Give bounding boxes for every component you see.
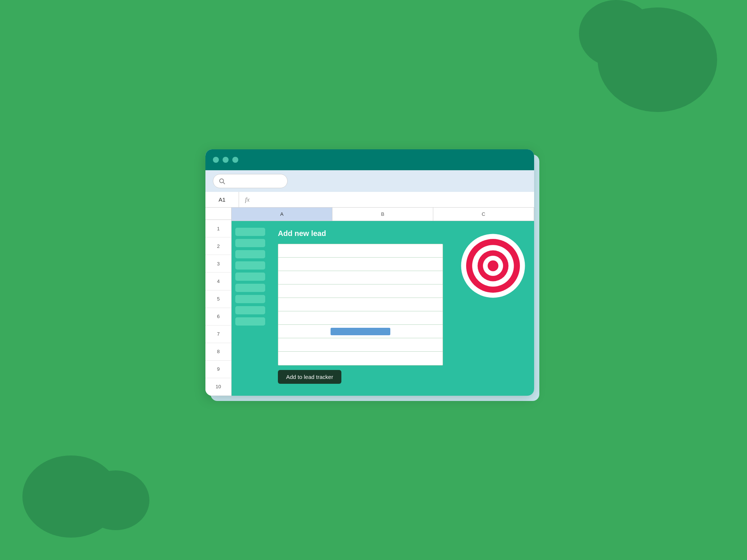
stub-1 xyxy=(235,228,265,236)
search-input[interactable] xyxy=(228,178,273,184)
row-num-3: 3 xyxy=(205,255,231,273)
traffic-light-2 xyxy=(223,157,229,163)
form-row-4 xyxy=(278,284,443,298)
add-to-lead-tracker-button[interactable]: Add to lead tracker xyxy=(278,370,341,384)
row-numbers-spacer xyxy=(205,208,231,220)
svg-point-7 xyxy=(488,261,499,271)
col-headers: A B C xyxy=(232,208,534,221)
stub-5 xyxy=(235,273,265,281)
bg-blob-top-right-small xyxy=(579,0,654,67)
fx-symbol: fx xyxy=(245,196,249,203)
stub-7 xyxy=(235,295,265,303)
stub-4 xyxy=(235,261,265,270)
titlebar xyxy=(205,149,534,170)
row-num-2: 2 xyxy=(205,237,231,255)
form-row-2 xyxy=(278,258,443,271)
form-row-6 xyxy=(278,311,443,325)
stub-2 xyxy=(235,239,265,247)
stub-9 xyxy=(235,317,265,326)
row-num-4: 4 xyxy=(205,273,231,290)
row-num-7: 7 xyxy=(205,326,231,343)
cell-ref-label: A1 xyxy=(218,196,225,203)
form-table xyxy=(278,244,443,365)
toolbar xyxy=(205,170,534,192)
row-num-10: 10 xyxy=(205,378,231,396)
row-num-6: 6 xyxy=(205,308,231,326)
stub-3 xyxy=(235,250,265,258)
form-row-input xyxy=(278,325,443,338)
form-panel: Add new lead xyxy=(269,221,452,391)
bg-blob-bottom-left-small xyxy=(82,470,149,530)
bullseye-icon xyxy=(459,232,527,299)
row-num-9: 9 xyxy=(205,361,231,378)
row-num-8: 8 xyxy=(205,343,231,361)
content-area: Add new lead xyxy=(232,221,534,396)
row-numbers: 1 2 3 4 5 6 7 8 9 10 xyxy=(205,208,232,396)
grid-area: A B C xyxy=(232,208,534,396)
stub-8 xyxy=(235,306,265,314)
window-container: A1 fx 1 2 3 4 5 6 7 8 9 10 xyxy=(205,149,542,411)
search-bar[interactable] xyxy=(213,174,288,188)
cell-reference: A1 xyxy=(205,192,239,207)
search-icon xyxy=(218,178,225,184)
svg-line-1 xyxy=(223,182,224,184)
stub-6 xyxy=(235,284,265,292)
row-num-1: 1 xyxy=(205,220,231,237)
target-area xyxy=(452,221,534,299)
col-header-a[interactable]: A xyxy=(232,208,332,221)
form-row-3 xyxy=(278,271,443,284)
main-window: A1 fx 1 2 3 4 5 6 7 8 9 10 xyxy=(205,149,534,396)
form-row-9 xyxy=(278,352,443,365)
formula-area: fx xyxy=(239,196,255,203)
sidebar-stubs xyxy=(232,221,269,326)
col-header-c[interactable]: C xyxy=(433,208,534,221)
traffic-light-1 xyxy=(213,157,219,163)
form-row-8 xyxy=(278,338,443,352)
spreadsheet: 1 2 3 4 5 6 7 8 9 10 A B xyxy=(205,208,534,396)
form-row-5 xyxy=(278,298,443,311)
form-title: Add new lead xyxy=(278,229,443,238)
form-input-bar[interactable] xyxy=(331,328,390,335)
form-row-1 xyxy=(278,244,443,258)
traffic-light-3 xyxy=(232,157,238,163)
row-num-5: 5 xyxy=(205,290,231,308)
col-header-b[interactable]: B xyxy=(332,208,433,221)
formula-bar: A1 fx xyxy=(205,192,534,208)
